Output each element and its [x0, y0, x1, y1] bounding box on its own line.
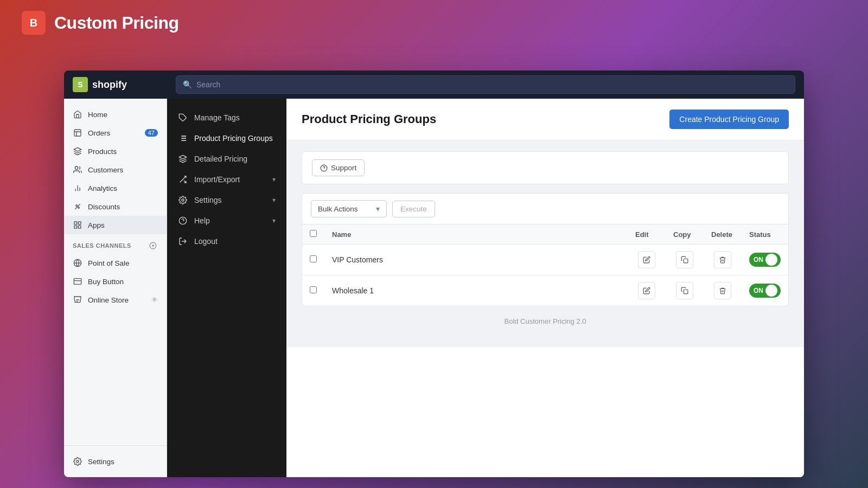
svg-point-32 — [182, 199, 184, 201]
sidebar-item-analytics[interactable]: Analytics — [64, 179, 167, 197]
sidebar-item-label-buy-button: Buy Button — [88, 278, 124, 286]
discounts-icon — [73, 202, 82, 211]
sidebar-item-label-online-store: Online Store — [88, 296, 129, 304]
app-title: Custom Pricing — [54, 13, 178, 33]
delete-button-1[interactable] — [714, 251, 731, 268]
app-nav-label-import-export: Import/Export — [194, 175, 240, 184]
status-toggle-1[interactable]: ON — [749, 253, 781, 267]
search-bar[interactable]: 🔍 Search — [176, 75, 795, 94]
app-nav-import-export[interactable]: Import/Export ▾ — [167, 169, 286, 190]
bulk-actions-dropdown[interactable]: Bulk Actions ▾ — [311, 200, 387, 217]
sales-channels-header: SALES CHANNELS — [64, 234, 167, 254]
sidebar-item-buy-button[interactable]: Buy Button — [64, 272, 167, 291]
sidebar-item-label-pos: Point of Sale — [88, 259, 130, 267]
svg-rect-20 — [74, 279, 81, 285]
execute-button[interactable]: Execute — [392, 201, 435, 217]
bulk-actions-bar: Bulk Actions ▾ Execute — [302, 194, 788, 224]
row-status-cell-2: ON — [742, 275, 788, 306]
row-checkbox-cell — [302, 275, 324, 306]
sidebar-item-label-orders: Orders — [88, 129, 110, 137]
orders-icon — [73, 128, 82, 138]
select-all-checkbox[interactable] — [310, 230, 317, 237]
app-nav-detailed-pricing[interactable]: Detailed Pricing — [167, 149, 286, 169]
app-nav-label-product-pricing-groups: Product Pricing Groups — [194, 134, 273, 143]
online-store-eye-icon: 👁 — [151, 296, 158, 304]
row-copy-cell-1 — [666, 245, 704, 275]
sidebar-item-customers[interactable]: Customers — [64, 160, 167, 179]
svg-rect-13 — [78, 226, 81, 228]
sidebar-item-orders[interactable]: Orders 47 — [64, 124, 167, 142]
customers-icon — [73, 165, 82, 175]
sidebar-item-label-settings: Settings — [88, 458, 114, 466]
app-nav-settings[interactable]: Settings ▾ — [167, 190, 286, 210]
delete-button-2[interactable] — [714, 282, 731, 299]
apps-icon — [73, 220, 82, 230]
copy-button-1[interactable] — [676, 251, 693, 268]
row-edit-cell-1 — [628, 245, 666, 275]
row-checkbox-cell — [302, 245, 324, 275]
buy-button-icon — [73, 277, 82, 286]
sidebar-item-online-store[interactable]: Online Store 👁 — [64, 291, 167, 309]
app-nav-label-help: Help — [194, 216, 210, 225]
row-delete-cell-1 — [704, 245, 742, 275]
svg-point-8 — [76, 205, 78, 207]
sidebar-nav: Home Orders 47 Products — [64, 99, 167, 445]
edit-button-1[interactable] — [638, 251, 655, 268]
table-section: Bulk Actions ▾ Execute — [302, 193, 789, 306]
row-checkbox-1[interactable] — [310, 255, 317, 262]
sidebar-item-label-apps: Apps — [88, 221, 105, 229]
svg-point-9 — [78, 207, 80, 209]
app-sidebar: Manage Tags Product Pricing Groups Detai… — [167, 99, 286, 477]
table-header-status: Status — [742, 224, 788, 245]
copy-button-2[interactable] — [676, 282, 693, 299]
sidebar-item-label-discounts: Discounts — [88, 203, 120, 211]
add-sales-channel-icon[interactable] — [148, 241, 158, 251]
page-header: Product Pricing Groups Create Product Pr… — [286, 99, 804, 140]
import-export-chevron-icon: ▾ — [272, 176, 276, 183]
table-header-delete: Delete — [704, 224, 742, 245]
app-nav-logout[interactable]: Logout — [167, 231, 286, 252]
page-inner: Product Pricing Groups Create Product Pr… — [286, 99, 804, 477]
svg-marker-3 — [74, 147, 81, 151]
app-logo-icon: B — [22, 11, 46, 35]
table-header-copy: Copy — [666, 224, 704, 245]
sidebar-item-home[interactable]: Home — [64, 105, 167, 124]
app-nav-help[interactable]: Help ▾ — [167, 210, 286, 231]
support-section: Support — [302, 151, 789, 184]
row-status-cell-1: ON — [742, 245, 788, 275]
page-content: Product Pricing Groups Create Product Pr… — [286, 99, 804, 477]
svg-rect-0 — [74, 130, 81, 136]
sidebar-item-label-analytics: Analytics — [88, 184, 117, 192]
row-name-1: VIP Customers — [324, 245, 628, 275]
help-icon — [178, 216, 188, 226]
page-title: Product Pricing Groups — [302, 112, 436, 126]
logout-icon — [178, 236, 188, 246]
app-nav-label-logout: Logout — [194, 237, 218, 246]
create-product-pricing-group-button[interactable]: Create Product Pricing Group — [669, 110, 789, 129]
toggle-circle-2 — [765, 285, 777, 297]
support-icon — [320, 164, 328, 172]
edit-button-2[interactable] — [638, 282, 655, 299]
sidebar-item-label-customers: Customers — [88, 166, 123, 174]
row-delete-cell-2 — [704, 275, 742, 306]
main-window: S shopify 🔍 Search Home — [64, 70, 804, 477]
sidebar-bottom: Settings — [64, 445, 167, 477]
app-nav-label-manage-tags: Manage Tags — [194, 113, 240, 122]
table-header-edit: Edit — [628, 224, 666, 245]
search-icon: 🔍 — [183, 80, 192, 89]
sidebar-item-apps[interactable]: Apps — [64, 216, 167, 234]
table-header-name: Name — [324, 224, 628, 245]
sidebar-item-settings[interactable]: Settings — [64, 452, 167, 471]
status-toggle-2[interactable]: ON — [749, 284, 781, 298]
app-nav-manage-tags[interactable]: Manage Tags — [167, 107, 286, 128]
support-button[interactable]: Support — [312, 159, 365, 176]
sidebar-item-pos[interactable]: Point of Sale — [64, 254, 167, 272]
app-nav-product-pricing-groups[interactable]: Product Pricing Groups — [167, 128, 286, 149]
analytics-icon — [73, 183, 82, 193]
table-row: Wholesale 1 ON — [302, 275, 788, 306]
row-checkbox-2[interactable] — [310, 286, 317, 293]
sidebar-item-products[interactable]: Products — [64, 142, 167, 160]
shopify-logo-icon: S — [73, 77, 88, 92]
svg-rect-14 — [74, 226, 77, 228]
sidebar-item-discounts[interactable]: Discounts — [64, 197, 167, 216]
